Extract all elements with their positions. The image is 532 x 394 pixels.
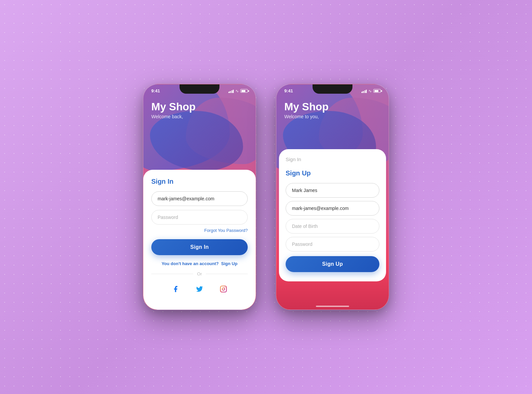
instagram-icon[interactable] — [216, 282, 231, 296]
twitter-icon[interactable] — [192, 282, 207, 296]
signin-app-title: My Shop — [151, 101, 196, 113]
signup-app-title: My Shop — [284, 101, 329, 113]
signin-phone: 9:41 ∿ My Shop Welcome back, Sign In — [143, 84, 256, 310]
svg-point-2 — [225, 287, 225, 288]
signup-password-input[interactable] — [286, 237, 379, 251]
signin-status-bar: 9:41 ∿ — [143, 88, 256, 93]
signup-button[interactable]: Sign Up — [286, 256, 379, 272]
svg-point-1 — [222, 288, 224, 290]
phones-container: 9:41 ∿ My Shop Welcome back, Sign In — [143, 84, 389, 310]
signal-icon — [361, 89, 367, 93]
or-label: Or — [197, 271, 202, 276]
battery-icon — [240, 89, 248, 93]
signup-status-bar: 9:41 ∿ — [276, 88, 389, 93]
tab-strip: Sign In — [286, 154, 379, 164]
signup-link-row: You don't have an account? Sign Up — [151, 261, 248, 266]
signin-status-icons: ∿ — [228, 89, 248, 93]
signup-header: My Shop Welcome to you, — [284, 101, 329, 119]
signup-card-title: Sign Up — [286, 169, 379, 177]
signal-icon — [228, 89, 234, 93]
signin-header: My Shop Welcome back, — [151, 101, 196, 119]
signin-time: 9:41 — [151, 88, 160, 93]
signup-link[interactable]: Sign Up — [221, 261, 237, 266]
signup-phone: 9:41 ∿ My Shop Welcome to you, — [276, 84, 389, 310]
signin-card: Sign In Forgot You Password? Sign In You… — [143, 170, 256, 310]
facebook-icon[interactable] — [168, 282, 183, 296]
wifi-icon: ∿ — [368, 89, 372, 93]
forgot-password-link[interactable]: Forgot You Password? — [204, 228, 248, 233]
signin-subtitle: Welcome back, — [151, 114, 196, 119]
forgot-password-container: Forgot You Password? — [151, 227, 248, 233]
signin-password-input[interactable] — [151, 210, 248, 225]
signup-status-icons: ∿ — [361, 89, 381, 93]
social-row — [151, 282, 248, 296]
wifi-icon: ∿ — [235, 89, 239, 93]
signin-card-title: Sign In — [151, 178, 248, 185]
no-account-text: You don't have an account? — [162, 261, 219, 266]
signup-email-input[interactable] — [286, 201, 379, 216]
battery-icon — [373, 89, 381, 93]
signup-card: Sign In Sign Up Sign Up — [279, 149, 386, 281]
signin-button[interactable]: Sign In — [151, 239, 248, 255]
svg-rect-0 — [220, 286, 226, 292]
signup-subtitle: Welcome to you, — [284, 114, 329, 119]
signin-email-input[interactable] — [151, 191, 248, 206]
signup-name-input[interactable] — [286, 183, 379, 198]
or-divider: Or — [151, 271, 248, 276]
tab-signin[interactable]: Sign In — [286, 154, 301, 164]
signup-dob-input[interactable] — [286, 219, 379, 234]
signup-time: 9:41 — [284, 88, 293, 93]
